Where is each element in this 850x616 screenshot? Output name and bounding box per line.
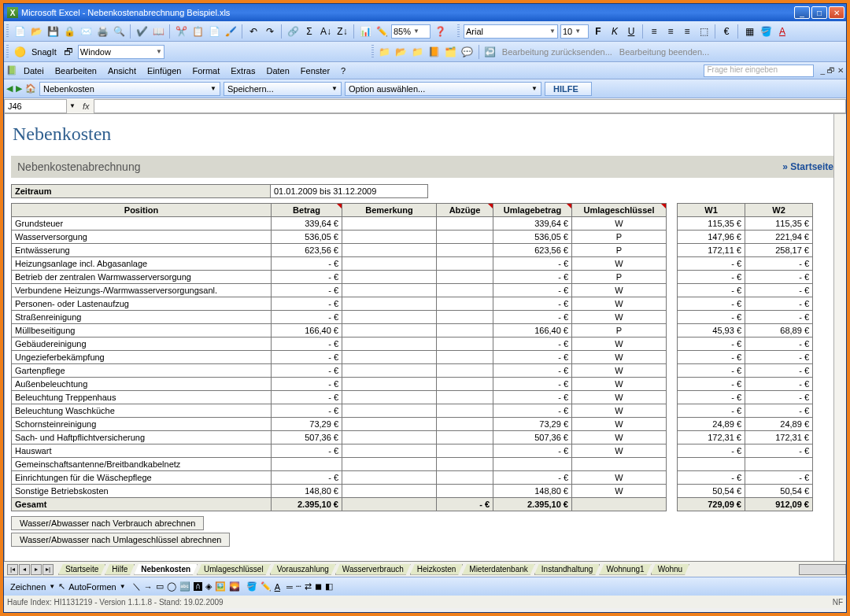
- table-row[interactable]: Sonstige Betriebskosten148,80 €148,80 €W…: [12, 485, 813, 498]
- water-consumption-button[interactable]: Wasser/Abwasser nach Verbrauch abrechnen: [11, 516, 204, 530]
- folder2-icon[interactable]: 📂: [394, 45, 408, 59]
- sheet-tab[interactable]: Heizkosten: [410, 564, 463, 575]
- tab-first-icon[interactable]: |◂: [7, 564, 18, 575]
- help-icon[interactable]: ❓: [433, 24, 447, 39]
- table-row[interactable]: Betrieb der zentralen Warmwasserversorgu…: [12, 271, 813, 284]
- sheet-tab[interactable]: Instandhaltung: [534, 564, 601, 575]
- align-left-icon[interactable]: ≡: [647, 24, 661, 39]
- chart-icon[interactable]: 📊: [358, 24, 372, 39]
- nav-save-dropdown[interactable]: Speichern...▼: [224, 82, 342, 96]
- vertical-scrollbar[interactable]: [833, 114, 846, 561]
- table-row[interactable]: Verbundene Heizungs-/Warmwasserversorgun…: [12, 284, 813, 297]
- drawing-icon[interactable]: ✏️: [375, 24, 389, 39]
- dash-style-icon[interactable]: ┄: [296, 581, 301, 592]
- table-row[interactable]: Hauswart- €- €W- €- €: [12, 444, 813, 458]
- fontsize-dropdown[interactable]: 10▼: [560, 24, 589, 39]
- nav-back-icon[interactable]: ◀: [6, 83, 13, 94]
- format-painter-icon[interactable]: 🖌️: [224, 24, 238, 39]
- table-row[interactable]: Entwässerung623,56 €623,56 €P172,11 €258…: [12, 244, 813, 257]
- open-icon[interactable]: 📂: [29, 24, 43, 39]
- table-row[interactable]: Gebäudereinigung- €- €W- €- €: [12, 338, 813, 351]
- table-row[interactable]: Beleuchtung Treppenhaus- €- €W- €- €: [12, 391, 813, 404]
- sheet-tab[interactable]: Nebenkosten: [134, 564, 198, 575]
- table-row[interactable]: Sach- und Haftpflichtversicherung507,36 …: [12, 431, 813, 444]
- menu-daten[interactable]: Daten: [261, 65, 294, 77]
- snagit-menu-icon[interactable]: 🗗: [61, 45, 76, 59]
- table-row[interactable]: Personen- oder Lastenaufzug- €- €W- €- €: [12, 297, 813, 311]
- select-objects-icon[interactable]: ↖: [58, 581, 65, 592]
- menu-help[interactable]: ?: [336, 65, 350, 77]
- table-row[interactable]: Schornsteinreinigung73,29 €73,29 €W24,89…: [12, 418, 813, 431]
- undo-icon[interactable]: ↶: [246, 24, 261, 39]
- startseite-link[interactable]: » Startseite: [782, 161, 833, 172]
- spell-icon[interactable]: ✔️: [135, 24, 149, 39]
- underline-icon[interactable]: U: [624, 24, 638, 39]
- autosum-icon[interactable]: Σ: [302, 24, 316, 39]
- menu-datei[interactable]: Datei: [19, 65, 49, 77]
- fill-color-icon[interactable]: 🪣: [759, 24, 773, 39]
- sheet-tab[interactable]: Startseite: [58, 564, 105, 575]
- close-button[interactable]: ✕: [829, 6, 844, 19]
- folder3-icon[interactable]: 📁: [411, 45, 425, 59]
- research-icon[interactable]: 📖: [151, 24, 165, 39]
- align-right-icon[interactable]: ≡: [680, 24, 694, 39]
- table-row[interactable]: Ungezieferbekämpfung- €- €W- €- €: [12, 351, 813, 364]
- nav-home-icon[interactable]: 🏠: [25, 83, 36, 94]
- menu-einfuegen[interactable]: Einfügen: [142, 65, 186, 77]
- arrow-icon[interactable]: →: [144, 582, 153, 592]
- sheet-tab[interactable]: Mieterdatenbank: [462, 564, 535, 575]
- font-color-draw-icon[interactable]: A: [275, 582, 280, 592]
- sheet-tab[interactable]: Umlageschlüssel: [197, 564, 271, 575]
- copy-icon[interactable]: 📋: [190, 24, 205, 39]
- nav-crumb-dropdown[interactable]: Nebenkosten▼: [39, 82, 220, 96]
- font-color-icon[interactable]: A: [775, 24, 789, 39]
- line-icon[interactable]: ＼: [132, 581, 141, 592]
- italic-icon[interactable]: K: [608, 24, 622, 39]
- autoshapes-menu[interactable]: AutoFormen: [68, 582, 116, 592]
- table-row[interactable]: Gemeinschaftsantenne/Breitbandkabelnetz: [12, 458, 813, 471]
- threed-icon[interactable]: ◧: [325, 581, 333, 592]
- table-row[interactable]: Müllbeseitigung166,40 €166,40 €P45,93 €6…: [12, 324, 813, 338]
- snagit-icon[interactable]: 🟡: [13, 45, 27, 59]
- nav-help-button[interactable]: HILFE: [545, 82, 592, 96]
- period-value[interactable]: 01.01.2009 bis 31.12.2009: [271, 184, 428, 198]
- water-key-button[interactable]: Wasser/Abwasser nach Umlageschlüssel abr…: [11, 533, 230, 547]
- permission-icon[interactable]: 🔒: [62, 24, 76, 39]
- fx-icon[interactable]: fx: [78, 101, 94, 111]
- currency-icon[interactable]: €: [719, 24, 734, 39]
- table-row[interactable]: Einrichtungen für die Wäschepflege- €- €…: [12, 471, 813, 485]
- horizontal-scrollbar[interactable]: [799, 564, 846, 575]
- wb-close-button[interactable]: ✕: [837, 66, 844, 75]
- menu-format[interactable]: Format: [187, 65, 224, 77]
- line-style-icon[interactable]: ═: [286, 582, 293, 592]
- table-row[interactable]: Heizungsanlage incl. Abgasanlage- €- €W-…: [12, 257, 813, 271]
- picture-icon[interactable]: 🌄: [229, 581, 240, 592]
- table-row[interactable]: Grundsteuer339,64 €339,64 €W115,35 €115,…: [12, 217, 813, 231]
- clipart-icon[interactable]: 🖼️: [215, 581, 226, 592]
- mail-icon[interactable]: ✉️: [79, 24, 93, 39]
- zoom-dropdown[interactable]: 85%▼: [391, 24, 431, 39]
- menu-extras[interactable]: Extras: [226, 65, 260, 77]
- textbox-icon[interactable]: 🔤: [179, 581, 190, 592]
- doc-excel-icon[interactable]: 📗: [6, 65, 17, 76]
- table-row[interactable]: Straßenreinigung- €- €W- €- €: [12, 311, 813, 324]
- ask-question-input[interactable]: Frage hier eingeben: [704, 65, 814, 77]
- oval-icon[interactable]: ◯: [167, 581, 176, 592]
- sort-asc-icon[interactable]: A↓: [319, 24, 333, 39]
- shadow-icon[interactable]: ◼: [315, 581, 322, 592]
- table-row[interactable]: Wasserversorgung536,05 €536,05 €P147,96 …: [12, 231, 813, 244]
- diagram-icon[interactable]: ◈: [205, 581, 212, 592]
- font-dropdown[interactable]: Arial▼: [464, 24, 558, 39]
- sheet-tab[interactable]: Wohnu: [651, 564, 690, 575]
- snagit-target-dropdown[interactable]: Window▼: [78, 45, 164, 59]
- new-icon[interactable]: 📄: [13, 24, 27, 39]
- arrow-style-icon[interactable]: ⇄: [305, 581, 312, 592]
- wb-minimize-button[interactable]: _: [820, 66, 825, 75]
- menu-bearbeiten[interactable]: Bearbeiten: [50, 65, 102, 77]
- rect-icon[interactable]: ▭: [156, 581, 164, 592]
- redo-icon[interactable]: ↷: [263, 24, 277, 39]
- cut-icon[interactable]: ✂️: [174, 24, 188, 39]
- name-box[interactable]: J46: [4, 99, 67, 113]
- maximize-button[interactable]: □: [811, 6, 827, 19]
- borders-icon[interactable]: ▦: [742, 24, 756, 39]
